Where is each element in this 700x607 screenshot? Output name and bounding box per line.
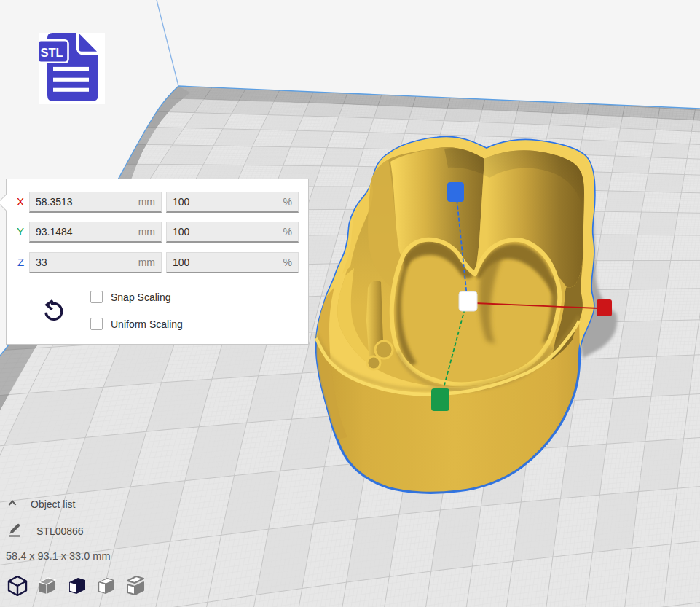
svg-text:STL: STL bbox=[41, 46, 63, 59]
